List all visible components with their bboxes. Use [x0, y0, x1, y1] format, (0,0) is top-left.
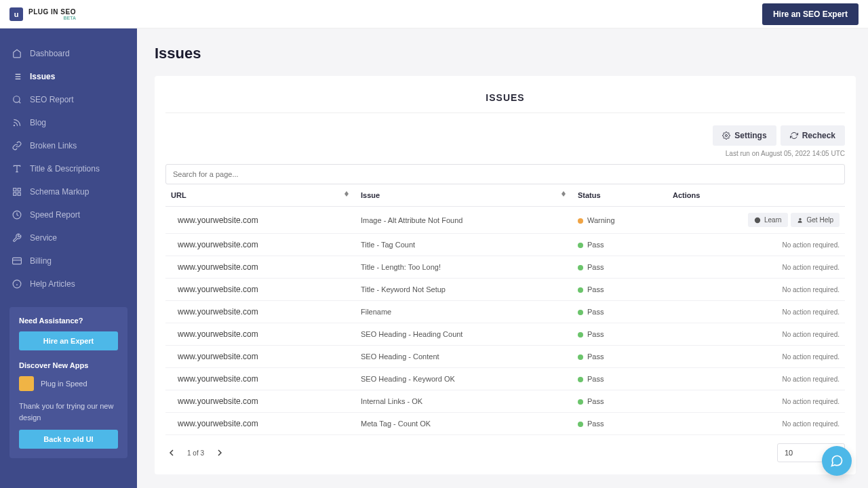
issue-cell: Image - Alt Attribute Not Found	[355, 207, 572, 234]
column-status[interactable]: Status	[572, 184, 667, 207]
issue-cell: Filename	[355, 301, 572, 323]
sidebar-item-seo-report[interactable]: SEO Report	[0, 88, 137, 111]
plug-in-speed-icon	[19, 376, 34, 391]
status-cell: Pass	[572, 390, 667, 413]
home-icon	[12, 49, 22, 58]
url-cell: www.yourwebsite.com	[165, 390, 355, 413]
sidebar-item-broken-links[interactable]: Broken Links	[0, 134, 137, 157]
sidebar-item-label: Schema Markup	[30, 187, 89, 197]
logo-beta-label: BETA	[28, 16, 76, 20]
status-cell: Pass	[572, 413, 667, 435]
sidebar-item-service[interactable]: Service	[0, 226, 137, 249]
topbar: u PLUG IN SEO BETA Hire an SEO Expert	[0, 0, 868, 28]
column-issue[interactable]: Issue	[355, 184, 572, 207]
issue-cell: SEO Heading - Heading Count	[355, 323, 572, 346]
table-row: www.yourwebsite.comTitle - Tag CountPass…	[165, 234, 845, 256]
table-row: www.yourwebsite.comMeta Tag - Count OKPa…	[165, 413, 845, 435]
sidebar-item-issues[interactable]: Issues	[0, 65, 137, 88]
actions-cell: No action required.	[667, 413, 845, 435]
url-cell: www.yourwebsite.com	[165, 234, 355, 256]
chevron-left-icon	[169, 449, 174, 456]
table-row: www.yourwebsite.comTitle - Length: Too L…	[165, 256, 845, 279]
actions-cell: No action required.	[667, 346, 845, 368]
url-cell: www.yourwebsite.com	[165, 207, 355, 234]
actions-cell: No action required.	[667, 323, 845, 346]
sidebar-item-help-articles[interactable]: Help Articles	[0, 272, 137, 296]
issue-cell: SEO Heading - Content	[355, 346, 572, 368]
recheck-button[interactable]: Recheck	[781, 125, 845, 146]
title-icon	[12, 164, 22, 174]
svg-point-10	[755, 217, 760, 222]
next-page-button[interactable]	[214, 447, 226, 459]
discover-title: Discover New Apps	[19, 361, 118, 369]
status-cell: Pass	[572, 368, 667, 390]
learn-button[interactable]: Learn	[748, 213, 788, 227]
assistance-card: Need Assistance? Hire an Expert Discover…	[9, 307, 127, 458]
status-dot-icon	[578, 377, 583, 382]
issue-cell: Title - Length: Too Long!	[355, 256, 572, 279]
link-icon	[12, 141, 22, 150]
sidebar-item-label: Help Articles	[30, 279, 75, 289]
hire-expert-sidebar-button[interactable]: Hire an Expert	[19, 331, 118, 350]
get-help-button[interactable]: Get Help	[791, 213, 840, 227]
url-cell: www.yourwebsite.com	[165, 301, 355, 323]
discover-app-row[interactable]: Plug in Speed	[19, 376, 118, 391]
actions-cell: No action required.	[667, 256, 845, 279]
status-dot-icon	[578, 287, 583, 293]
prev-page-button[interactable]	[165, 447, 178, 459]
issue-cell: Meta Tag - Count OK	[355, 413, 572, 435]
no-action-text: No action required.	[783, 331, 840, 338]
table-row: www.yourwebsite.comSEO Heading - Heading…	[165, 323, 845, 346]
status-cell: Pass	[572, 234, 667, 256]
assistance-title: Need Assistance?	[19, 317, 118, 325]
logo-badge-icon: u	[9, 7, 23, 21]
chat-icon	[830, 454, 844, 468]
no-action-text: No action required.	[783, 398, 840, 405]
no-action-text: No action required.	[783, 286, 840, 293]
logo-text: PLUG IN SEO	[28, 8, 76, 16]
sidebar-item-label: Broken Links	[30, 141, 77, 150]
status-dot-icon	[578, 422, 583, 427]
issue-cell: Internal Links - OK	[355, 390, 572, 413]
search-input[interactable]	[165, 164, 845, 184]
no-action-text: No action required.	[783, 308, 840, 316]
sidebar-item-title-descriptions[interactable]: Title & Descriptions	[0, 157, 137, 180]
sidebar-item-label: SEO Report	[30, 95, 74, 104]
main-content: Issues ISSUES Settings Recheck Last run …	[137, 28, 868, 488]
sidebar-item-schema-markup[interactable]: Schema Markup	[0, 180, 137, 203]
settings-button[interactable]: Settings	[713, 125, 776, 146]
sidebar-item-dashboard[interactable]: Dashboard	[0, 42, 137, 65]
info-icon	[754, 217, 761, 224]
chat-fab-button[interactable]	[822, 446, 852, 476]
no-action-text: No action required.	[783, 353, 840, 361]
schema-icon	[12, 187, 22, 197]
last-run-text: Last run on August 05, 2022 14:05 UTC	[165, 150, 845, 157]
status-dot-icon	[578, 354, 583, 360]
status-dot-icon	[578, 332, 583, 338]
status-dot-icon	[578, 243, 583, 248]
issues-table: URL Issue Status Actions www.yourwebsite…	[165, 184, 845, 435]
url-cell: www.yourwebsite.com	[165, 323, 355, 346]
table-row: www.yourwebsite.comTitle - Keyword Not S…	[165, 279, 845, 301]
no-action-text: No action required.	[783, 241, 840, 249]
help-icon	[12, 279, 22, 289]
status-dot-icon	[578, 218, 583, 224]
svg-point-9	[726, 135, 728, 137]
column-actions: Actions	[667, 184, 845, 207]
status-cell: Pass	[572, 301, 667, 323]
card-title: ISSUES	[165, 92, 845, 103]
sidebar-item-billing[interactable]: Billing	[0, 249, 137, 272]
url-cell: www.yourwebsite.com	[165, 279, 355, 301]
back-to-old-ui-button[interactable]: Back to old UI	[19, 430, 118, 449]
status-cell: Pass	[572, 256, 667, 279]
url-cell: www.yourwebsite.com	[165, 413, 355, 435]
table-row: www.yourwebsite.comSEO Heading - Keyword…	[165, 368, 845, 390]
status-cell: Pass	[572, 279, 667, 301]
column-url[interactable]: URL	[165, 184, 355, 207]
svg-rect-3	[18, 188, 20, 191]
discover-app-name: Plug in Speed	[41, 380, 87, 388]
svg-rect-2	[14, 188, 16, 191]
sidebar-item-speed-report[interactable]: Speed Report	[0, 203, 137, 226]
sidebar-item-blog[interactable]: Blog	[0, 111, 137, 134]
hire-expert-button[interactable]: Hire an SEO Expert	[762, 3, 859, 25]
